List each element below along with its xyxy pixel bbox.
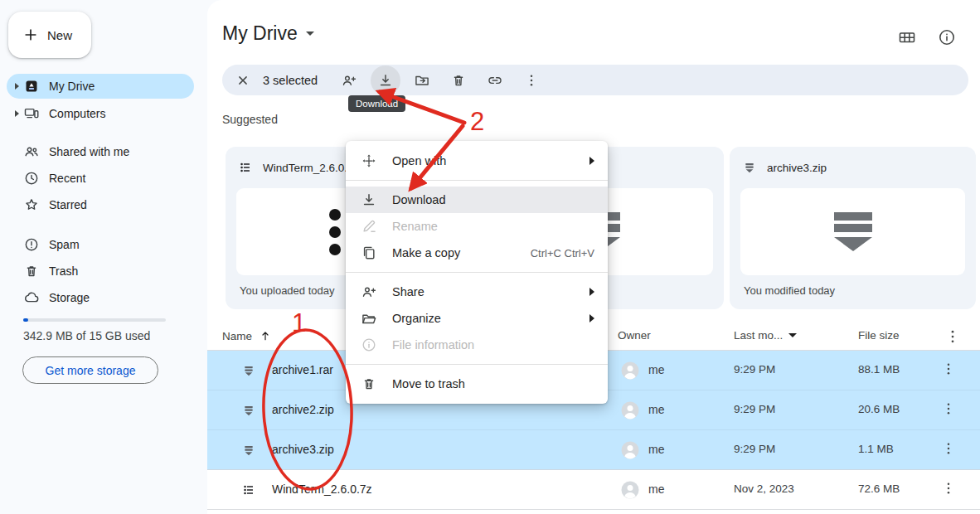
sidebar-item-computers[interactable]: Computers [7,101,194,126]
column-settings-icon[interactable] [944,327,962,346]
file-row-archive3[interactable]: archive3.zip me 9:29 PM 1.1 MB [207,430,980,470]
people-icon [23,143,40,160]
storage-progress-fill [23,318,28,322]
menu-item-label: Move to trash [392,377,465,390]
zip-file-icon [242,364,255,377]
download-icon [377,72,394,89]
copy-link-button[interactable] [480,65,510,95]
column-label: Last mo... [734,329,783,342]
menu-item-rename: Rename [346,213,608,240]
person-add-icon [361,284,377,300]
zip-file-icon [242,444,255,457]
info-icon[interactable] [937,27,957,47]
menu-item-label: Rename [392,220,438,233]
sidebar-item-spam[interactable]: Spam [7,232,194,257]
clock-icon [23,170,40,187]
chevron-down-icon [788,333,797,337]
new-button[interactable]: New [8,12,91,58]
sidebar-item-label: Starred [49,198,87,211]
trash-button[interactable] [444,65,473,95]
download-icon [361,192,377,208]
sidebar-item-label: My Drive [49,80,95,93]
file-owner: me [648,403,664,416]
clear-selection-button[interactable] [233,70,253,90]
more-vertical-icon [523,72,540,89]
get-more-storage-button[interactable]: Get more storage [22,356,158,384]
star-icon [23,196,40,213]
my-drive-icon [23,78,40,95]
storage-progress-bar [23,318,166,322]
copy-icon [361,245,377,261]
google-drive-window: New My Drive Computers Shared with me Re… [0,0,980,514]
context-menu: Open with Download Rename Make a copy Ct… [346,141,608,404]
menu-item-open-with[interactable]: Open with [346,148,608,174]
file-name: archive2.zip [272,403,334,416]
folder-icon [361,310,377,327]
sidebar: New My Drive Computers Shared with me Re… [0,0,207,514]
sidebar-item-shared-with-me[interactable]: Shared with me [7,139,194,164]
file-name: archive3.zip [272,443,334,456]
column-label: Name [222,330,252,342]
sidebar-item-trash[interactable]: Trash [7,259,194,284]
submenu-arrow-icon [589,314,594,322]
menu-item-label: Make a copy [392,246,460,259]
sidebar-item-storage[interactable]: Storage [7,285,194,310]
more-actions-button[interactable] [517,65,546,95]
grid-view-icon[interactable] [897,27,917,47]
menu-item-make-a-copy[interactable]: Make a copy Ctrl+C Ctrl+V [346,240,608,266]
sidebar-item-my-drive[interactable]: My Drive [7,74,194,99]
menu-item-move-to-trash[interactable]: Move to trash [346,371,608,397]
menu-item-label: Open with [392,154,446,167]
row-more-actions-icon[interactable] [940,440,957,457]
menu-item-share[interactable]: Share [346,279,608,305]
column-header-owner[interactable]: Owner [618,329,651,342]
selected-count: 3 selected [263,74,318,87]
share-button[interactable] [334,65,364,95]
row-more-actions-icon[interactable] [940,400,957,417]
owner-avatar [620,480,640,500]
expand-caret-icon[interactable] [15,110,19,117]
link-icon [487,72,503,89]
cloud-icon [23,289,40,306]
menu-divider [346,364,608,365]
move-to-button[interactable] [407,65,437,95]
file-size: 88.1 MB [858,363,900,376]
chevron-down-icon [306,32,314,36]
submenu-arrow-icon [589,288,594,296]
menu-item-label: File information [392,338,474,352]
sidebar-item-label: Trash [49,264,78,278]
column-header-last-modified[interactable]: Last mo... [734,329,797,342]
file-owner: me [648,363,664,376]
menu-item-label: Organize [392,312,441,325]
file-size: 20.6 MB [858,403,900,415]
sidebar-item-starred[interactable]: Starred [7,192,194,217]
download-button[interactable] [371,65,400,95]
menu-item-download[interactable]: Download [346,187,608,213]
folder-move-icon [414,72,430,89]
owner-avatar [620,361,640,381]
owner-avatar [620,400,640,420]
new-button-label: New [47,28,72,42]
card-thumbnail [740,188,965,275]
row-more-actions-icon[interactable] [940,480,957,497]
download-tooltip: Download [348,95,405,112]
sidebar-item-label: Shared with me [49,145,129,158]
zip-file-icon [743,161,756,174]
card-caption: You modified today [744,284,835,297]
column-header-size[interactable]: File size [858,329,900,342]
file-modified: 9:29 PM [734,363,775,376]
rename-pencil-icon [361,218,377,235]
expand-caret-icon[interactable] [15,83,19,90]
file-row-windterm[interactable]: WindTerm_2.6.0.7z me Nov 2, 2023 72.6 MB [207,470,980,510]
page-title-dropdown[interactable]: My Drive [222,22,314,45]
file-size: 72.6 MB [858,482,900,495]
computers-icon [23,105,40,122]
row-more-actions-icon[interactable] [940,361,957,377]
sidebar-item-recent[interactable]: Recent [7,166,194,191]
column-header-name[interactable]: Name [222,329,272,342]
storage-usage-text: 342.9 MB of 15 GB used [23,329,150,342]
trash-icon [450,72,467,89]
file-modified: 9:29 PM [734,403,775,415]
menu-item-organize[interactable]: Organize [346,305,608,332]
suggested-card-archive3[interactable]: archive3.zip You modified today [730,147,976,309]
